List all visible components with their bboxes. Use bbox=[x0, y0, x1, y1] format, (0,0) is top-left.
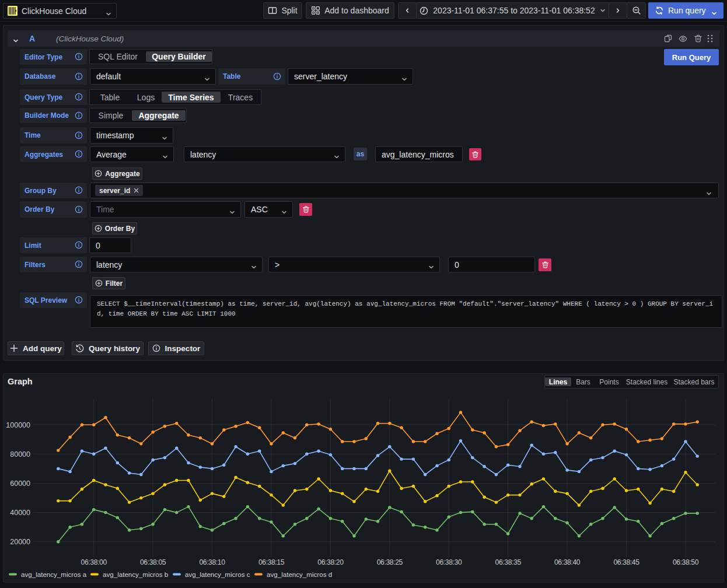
svg-text:06:38:50: 06:38:50 bbox=[673, 558, 699, 566]
svg-text:avg_latency_micros d: avg_latency_micros d bbox=[267, 570, 332, 578]
svg-text:06:38:30: 06:38:30 bbox=[436, 558, 462, 566]
svg-text:40000: 40000 bbox=[10, 509, 30, 517]
svg-text:06:38:10: 06:38:10 bbox=[199, 558, 225, 566]
svg-text:80000: 80000 bbox=[10, 450, 30, 459]
svg-text:06:38:20: 06:38:20 bbox=[317, 558, 344, 566]
svg-text:06:38:00: 06:38:00 bbox=[81, 558, 107, 566]
svg-text:06:38:25: 06:38:25 bbox=[377, 558, 403, 566]
svg-text:100000: 100000 bbox=[6, 421, 30, 429]
svg-text:60000: 60000 bbox=[10, 480, 30, 488]
svg-text:06:38:35: 06:38:35 bbox=[495, 558, 522, 566]
svg-text:06:38:45: 06:38:45 bbox=[613, 558, 639, 566]
svg-text:avg_latency_micros c: avg_latency_micros c bbox=[185, 570, 250, 578]
svg-text:avg_latency_micros a: avg_latency_micros a bbox=[21, 570, 87, 578]
svg-text:06:38:15: 06:38:15 bbox=[258, 558, 285, 566]
svg-text:avg_latency_micros b: avg_latency_micros b bbox=[103, 570, 168, 578]
svg-text:20000: 20000 bbox=[10, 538, 30, 546]
svg-text:06:38:05: 06:38:05 bbox=[140, 558, 166, 566]
svg-text:06:38:40: 06:38:40 bbox=[554, 558, 581, 566]
